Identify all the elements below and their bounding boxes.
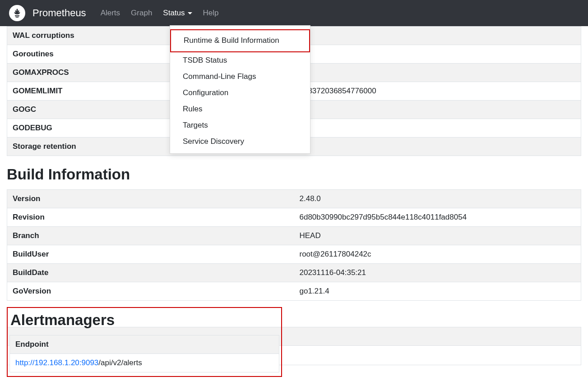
brand[interactable]: Prometheus [9, 5, 86, 21]
nav-link-status[interactable]: Status [157, 0, 197, 26]
table-key: BuildDate [7, 264, 294, 282]
table-value: 20231116-04:35:21 [294, 264, 581, 282]
nav-link-status-label: Status [163, 9, 185, 18]
table-key: Version [7, 190, 294, 208]
alertmanagers-endpoint-header: Endpoint [10, 335, 279, 354]
table-key: GoVersion [7, 282, 294, 301]
status-dropdown-menu: Runtime & Build Information TSDB Status … [170, 25, 310, 154]
table-value: 5d [294, 138, 581, 156]
nav-link-graph[interactable]: Graph [125, 0, 157, 26]
alertmanager-endpoint-path: /api/v2/alerts [98, 358, 142, 367]
table-value [294, 119, 581, 138]
alertmanagers-endpoint-cell: http://192.168.1.20:9093/api/v2/alerts [10, 354, 279, 372]
alertmanagers-heading: Alertmanagers [10, 312, 279, 329]
alertmanager-endpoint-link[interactable]: http://192.168.1.20:9093 [15, 358, 98, 367]
brand-text: Prometheus [32, 7, 86, 19]
table-row: Version 2.48.0 [7, 190, 581, 208]
table-row: Branch HEAD [7, 227, 581, 245]
build-information-heading: Build Information [7, 166, 581, 183]
prometheus-logo-icon [9, 5, 25, 21]
table-row: Revision 6d80b30990bc297d95b5c844e118c40… [7, 208, 581, 227]
table-row: BuildUser root@26117804242c [7, 245, 581, 264]
table-value: 6d80b30990bc297d95b5c844e118c4011fad8054 [294, 208, 581, 227]
navbar: Prometheus Alerts Graph Status Help Runt… [0, 0, 588, 26]
table-value: HEAD [294, 227, 581, 245]
table-key: Revision [7, 208, 294, 227]
dropdown-item-tsdb-status[interactable]: TSDB Status [170, 52, 310, 69]
dropdown-item-runtime-build[interactable]: Runtime & Build Information [170, 29, 310, 52]
chevron-down-icon [188, 12, 192, 14]
table-row: Endpoint [10, 335, 279, 354]
dropdown-item-rules[interactable]: Rules [170, 101, 310, 117]
table-value: 2.48.0 [294, 190, 581, 208]
table-key: Branch [7, 227, 294, 245]
table-value: go1.21.4 [294, 282, 581, 301]
table-value [294, 101, 581, 119]
table-value: 223372036854776000 [294, 82, 581, 101]
table-value [294, 27, 581, 45]
dropdown-item-targets[interactable]: Targets [170, 117, 310, 133]
nav-links: Alerts Graph Status Help [95, 0, 224, 26]
alertmanagers-table: Endpoint http://192.168.1.20:9093/api/v2… [9, 335, 279, 372]
table-row: BuildDate 20231116-04:35:21 [7, 264, 581, 282]
table-row: http://192.168.1.20:9093/api/v2/alerts [10, 354, 279, 372]
nav-link-alerts[interactable]: Alerts [95, 0, 125, 26]
alertmanagers-section: Alertmanagers Endpoint http://192.168.1.… [7, 301, 581, 377]
dropdown-item-command-line-flags[interactable]: Command-Line Flags [170, 69, 310, 85]
nav-link-help[interactable]: Help [198, 0, 224, 26]
table-value: root@26117804242c [294, 245, 581, 264]
table-value [294, 64, 581, 82]
dropdown-item-service-discovery[interactable]: Service Discovery [170, 133, 310, 150]
table-row: GoVersion go1.21.4 [7, 282, 581, 301]
table-value: 6 [294, 45, 581, 64]
alertmanagers-highlight-box: Alertmanagers Endpoint http://192.168.1.… [7, 307, 282, 377]
build-table: Version 2.48.0 Revision 6d80b30990bc297d… [7, 189, 581, 301]
table-key: BuildUser [7, 245, 294, 264]
dropdown-item-configuration[interactable]: Configuration [170, 85, 310, 101]
